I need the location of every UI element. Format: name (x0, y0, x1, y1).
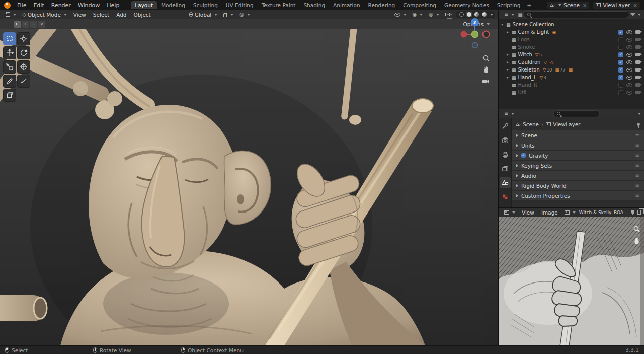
exclude-checkbox[interactable]: ✓ (618, 75, 623, 80)
gizmos-dropdown[interactable]: ◉ (410, 12, 426, 17)
exclude-checkbox[interactable] (618, 90, 623, 95)
exclude-checkbox[interactable]: ✓ (618, 30, 623, 35)
disable-render-icon[interactable] (635, 83, 640, 87)
object-menu[interactable]: Object (131, 12, 154, 18)
transform-orientation-selector[interactable]: Global (186, 12, 220, 18)
select-box-tool[interactable] (3, 32, 16, 45)
drag-grip-icon[interactable]: ≡ (635, 163, 639, 168)
panel-scene[interactable]: Scene≡ (512, 130, 644, 140)
workspace-tab-modeling[interactable]: Modeling (157, 1, 189, 9)
viewlayer-selector[interactable]: ViewLayer × (593, 2, 640, 9)
drag-grip-icon[interactable]: ≡ (635, 153, 639, 158)
outliner-row-logs[interactable]: ▦ Logs (499, 36, 644, 43)
outliner-item-label[interactable]: Hand_R (518, 82, 537, 88)
panel-keying-sets[interactable]: Keying Sets≡ (512, 161, 644, 171)
exclude-checkbox[interactable] (618, 83, 623, 88)
gravity-checkbox[interactable]: ✓ (521, 153, 526, 158)
viewlayer-tab[interactable] (500, 163, 511, 174)
breadcrumb-scene[interactable]: Scene (516, 121, 539, 127)
select-mode-intersect-icon[interactable]: × (38, 21, 45, 28)
outliner-row-witch[interactable]: ▸ ▦ Witch ▽5 ✓ (499, 51, 644, 58)
view-menu[interactable]: View (70, 12, 89, 18)
add-workspace-button[interactable]: + (524, 1, 534, 9)
drag-grip-icon[interactable]: ≡ (635, 193, 639, 198)
properties-options-icon[interactable] (638, 113, 641, 115)
outliner-row-scene-collection[interactable]: ▾ ▦ Scene Collection (499, 21, 644, 28)
outliner-item-label[interactable]: Hand_L (518, 75, 537, 80)
workspace-tab-scripting[interactable]: Scripting (493, 1, 525, 9)
exclude-checkbox[interactable] (618, 45, 623, 50)
zoom-icon[interactable] (633, 225, 640, 233)
outliner-row-cam-light[interactable]: ▸ ▦ Cam & Light ◉ ✓ (499, 28, 644, 36)
select-mode-set-icon[interactable] (14, 21, 21, 28)
output-tab[interactable] (500, 149, 511, 160)
outliner-item-label[interactable]: Skeleton (518, 67, 540, 73)
breadcrumb-viewlayer[interactable]: ViewLayer (546, 121, 580, 127)
outliner-row-hand-r[interactable]: ▦ Hand_R (499, 81, 644, 89)
panel-audio[interactable]: Audio≡ (512, 171, 644, 181)
expand-arrow-icon[interactable]: ▸ (507, 60, 512, 64)
outliner-row-cauldron[interactable]: ▸ ▦ Cauldron ▽◇ ✓ (499, 58, 644, 66)
outliner-editor-type-button[interactable]: ≡ (502, 12, 517, 17)
add-cube-tool[interactable] (3, 89, 16, 102)
expand-arrow-icon[interactable]: ▾ (501, 22, 506, 27)
outliner-item-label[interactable]: Logs (518, 37, 530, 42)
panel-units[interactable]: Units≡ (512, 140, 644, 151)
menu-file[interactable]: File (14, 2, 30, 9)
panel-rigid-body-world[interactable]: Rigid Body World≡ (512, 181, 644, 191)
panel-gravity[interactable]: ✓Gravity≡ (512, 151, 644, 161)
transform-tool[interactable] (17, 60, 30, 74)
editor-type-button[interactable] (3, 12, 19, 17)
image-editor-type-button[interactable] (502, 210, 518, 215)
outliner-item-label[interactable]: Witch (518, 52, 532, 57)
outliner-search-input[interactable] (524, 11, 629, 18)
outliner-item-label[interactable]: Cam & Light (518, 29, 549, 35)
properties-editor-type-button[interactable]: ≡ (502, 111, 517, 116)
overlays-dropdown[interactable]: ◎ (426, 12, 442, 17)
scene-tab[interactable] (500, 177, 511, 188)
pan-hand-icon[interactable] (633, 237, 640, 245)
menu-help[interactable]: Help (103, 2, 123, 9)
outliner-row-util[interactable]: ▦ Util (499, 89, 644, 96)
hide-eye-icon[interactable] (626, 91, 632, 95)
disable-render-icon[interactable] (635, 76, 640, 79)
hide-eye-icon[interactable] (626, 38, 632, 42)
object-visibility-dropdown[interactable] (392, 13, 409, 17)
properties-search-input[interactable] (553, 110, 600, 117)
hide-eye-icon[interactable] (626, 30, 632, 34)
outliner-row-hand-l[interactable]: ▸ ▦ Hand_L ▽3 ✓ (499, 74, 644, 81)
viewport-canvas[interactable] (0, 29, 498, 345)
workspace-tab-rendering[interactable]: Rendering (364, 1, 399, 9)
navigation-gizmo[interactable]: Z (459, 16, 491, 48)
drag-grip-icon[interactable]: ≡ (635, 143, 639, 148)
disable-render-icon[interactable] (635, 38, 640, 41)
fake-user-shield-icon[interactable] (631, 210, 635, 215)
annotate-tool[interactable] (3, 75, 16, 88)
outliner-item-label[interactable]: Scene Collection (513, 22, 554, 27)
disable-render-icon[interactable] (635, 60, 640, 64)
image-name[interactable]: Witch & Skelly_BOARD.png (579, 210, 629, 215)
outliner-row-skeleton[interactable]: ▸ ▦ Skeleton ▽10 ▦77 ▦ ✓ (499, 66, 644, 74)
menu-window[interactable]: Window (74, 2, 103, 9)
hide-eye-icon[interactable] (626, 45, 632, 49)
outliner-row-smoke[interactable]: ▦ Smoke (499, 43, 644, 51)
measure-tool[interactable] (17, 75, 30, 88)
workspace-tab-geometry-nodes[interactable]: Geometry Nodes (440, 1, 493, 9)
workspace-tab-animation[interactable]: Animation (329, 1, 364, 9)
exclude-checkbox[interactable] (618, 37, 623, 42)
outliner-filter-dropdown-icon[interactable] (638, 14, 641, 16)
disable-render-icon[interactable] (635, 30, 640, 34)
select-menu[interactable]: Select (90, 12, 112, 18)
expand-arrow-icon[interactable]: ▸ (507, 75, 512, 80)
world-tab[interactable] (500, 191, 511, 202)
zoom-icon[interactable] (482, 54, 490, 62)
hide-eye-icon[interactable] (626, 60, 632, 64)
disable-render-icon[interactable] (635, 91, 640, 94)
view-menu[interactable]: View (519, 209, 537, 216)
filter-funnel-icon[interactable] (630, 13, 635, 16)
expand-arrow-icon[interactable]: ▸ (507, 52, 512, 57)
select-mode-extend-icon[interactable]: + (22, 21, 29, 28)
rotate-tool[interactable] (17, 46, 30, 59)
drag-grip-icon[interactable]: ≡ (635, 173, 639, 178)
remove-viewlayer-icon[interactable]: × (633, 3, 637, 8)
